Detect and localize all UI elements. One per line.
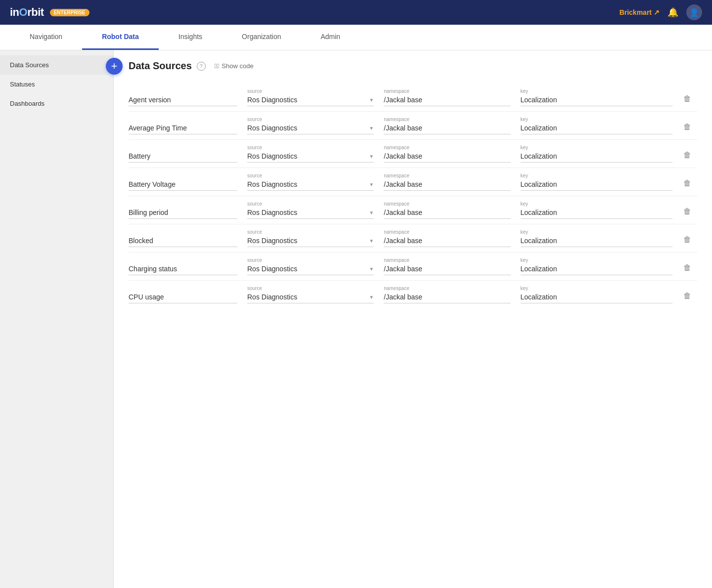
tab-robot-data[interactable]: Robot Data bbox=[82, 25, 159, 50]
col-name: Average Ping Time bbox=[129, 124, 237, 134]
data-source-name: Blocked bbox=[129, 237, 237, 247]
sidebar: Data Sources Statuses Dashboards bbox=[0, 50, 114, 588]
sidebar-item-label: Dashboards bbox=[10, 100, 44, 107]
delete-button[interactable]: 🗑 bbox=[682, 262, 692, 273]
navbar: inOrbit Enterprise Brickmart ↗ 🔔 👤 bbox=[0, 0, 712, 25]
source-label: source bbox=[247, 286, 374, 291]
key-label: key bbox=[521, 173, 673, 178]
source-value[interactable]: Ros Diagnostics ▼ bbox=[247, 265, 374, 275]
data-source-name: CPU usage bbox=[129, 293, 237, 303]
namespace-value[interactable]: /Jackal base bbox=[384, 152, 510, 163]
add-data-source-button[interactable]: + bbox=[106, 58, 123, 75]
table-row: CPU usage source Ros Diagnostics ▼ names… bbox=[129, 281, 697, 308]
help-icon[interactable]: ? bbox=[197, 62, 206, 71]
avatar[interactable]: 👤 bbox=[686, 4, 702, 20]
col-key: key Localization bbox=[521, 286, 673, 303]
data-source-name: Agent version bbox=[129, 96, 237, 106]
data-source-name: Average Ping Time bbox=[129, 124, 237, 134]
external-link-icon: ↗ bbox=[654, 8, 660, 16]
namespace-value[interactable]: /Jackal base bbox=[384, 237, 510, 247]
namespace-value[interactable]: /Jackal base bbox=[384, 96, 510, 106]
col-key: key Localization bbox=[521, 257, 673, 275]
delete-button[interactable]: 🗑 bbox=[682, 178, 692, 189]
col-namespace: namespace /Jackal base bbox=[384, 173, 510, 191]
chevron-down-icon: ▼ bbox=[369, 266, 374, 272]
show-code-button[interactable]: 👁⃠ Show code bbox=[211, 60, 258, 72]
col-namespace: namespace /Jackal base bbox=[384, 201, 510, 219]
page-title: Data Sources bbox=[129, 60, 192, 72]
key-value[interactable]: Localization bbox=[521, 180, 673, 191]
source-value[interactable]: Ros Diagnostics ▼ bbox=[247, 124, 374, 134]
source-value[interactable]: Ros Diagnostics ▼ bbox=[247, 237, 374, 247]
col-source: source Ros Diagnostics ▼ bbox=[247, 88, 374, 106]
table-row: Billing period source Ros Diagnostics ▼ … bbox=[129, 196, 697, 224]
chevron-down-icon: ▼ bbox=[369, 126, 374, 131]
show-code-label: Show code bbox=[222, 62, 253, 70]
namespace-value[interactable]: /Jackal base bbox=[384, 293, 510, 303]
key-value[interactable]: Localization bbox=[521, 293, 673, 303]
col-name: Battery Voltage bbox=[129, 180, 237, 191]
key-value[interactable]: Localization bbox=[521, 124, 673, 134]
col-actions: 🗑 bbox=[682, 150, 697, 163]
tab-organization[interactable]: Organization bbox=[222, 25, 301, 50]
source-label: source bbox=[247, 257, 374, 263]
source-label: source bbox=[247, 201, 374, 207]
namespace-value[interactable]: /Jackal base bbox=[384, 265, 510, 275]
col-actions: 🗑 bbox=[682, 262, 697, 275]
sidebar-item-statuses[interactable]: Statuses bbox=[0, 75, 113, 94]
tabbar: Navigation Robot Data Insights Organizat… bbox=[0, 25, 712, 50]
table-row: Average Ping Time source Ros Diagnostics… bbox=[129, 112, 697, 140]
col-actions: 🗑 bbox=[682, 122, 697, 134]
col-source: source Ros Diagnostics ▼ bbox=[247, 257, 374, 275]
col-key: key Localization bbox=[521, 117, 673, 134]
key-value[interactable]: Localization bbox=[521, 152, 673, 163]
layout: Data Sources Statuses Dashboards + Data … bbox=[0, 50, 712, 588]
col-actions: 🗑 bbox=[682, 93, 697, 106]
delete-button[interactable]: 🗑 bbox=[682, 234, 692, 245]
key-value[interactable]: Localization bbox=[521, 265, 673, 275]
tab-admin[interactable]: Admin bbox=[301, 25, 360, 50]
key-value[interactable]: Localization bbox=[521, 209, 673, 219]
col-key: key Localization bbox=[521, 145, 673, 163]
delete-button[interactable]: 🗑 bbox=[682, 93, 692, 104]
namespace-value[interactable]: /Jackal base bbox=[384, 180, 510, 191]
delete-button[interactable]: 🗑 bbox=[682, 122, 692, 132]
delete-button[interactable]: 🗑 bbox=[682, 150, 692, 161]
col-name: Billing period bbox=[129, 209, 237, 219]
sidebar-item-data-sources[interactable]: Data Sources bbox=[0, 55, 113, 75]
col-key: key Localization bbox=[521, 173, 673, 191]
table-row: Battery source Ros Diagnostics ▼ namespa… bbox=[129, 140, 697, 168]
namespace-label: namespace bbox=[384, 145, 510, 150]
source-value[interactable]: Ros Diagnostics ▼ bbox=[247, 152, 374, 163]
notifications-icon[interactable]: 🔔 bbox=[668, 7, 678, 18]
key-value[interactable]: Localization bbox=[521, 237, 673, 247]
source-value[interactable]: Ros Diagnostics ▼ bbox=[247, 209, 374, 219]
key-label: key bbox=[521, 286, 673, 291]
namespace-label: namespace bbox=[384, 229, 510, 235]
tab-navigation[interactable]: Navigation bbox=[10, 25, 82, 50]
plus-icon: + bbox=[111, 60, 118, 73]
sidebar-item-dashboards[interactable]: Dashboards bbox=[0, 94, 113, 113]
namespace-label: namespace bbox=[384, 201, 510, 207]
source-label: source bbox=[247, 145, 374, 150]
trash-icon: 🗑 bbox=[683, 207, 691, 215]
key-value[interactable]: Localization bbox=[521, 96, 673, 106]
source-label: source bbox=[247, 117, 374, 122]
namespace-value[interactable]: /Jackal base bbox=[384, 209, 510, 219]
key-label: key bbox=[521, 117, 673, 122]
main-content: + Data Sources ? 👁⃠ Show code Agent vers… bbox=[114, 50, 712, 588]
logo-text: inOrbit bbox=[10, 6, 44, 19]
col-namespace: namespace /Jackal base bbox=[384, 257, 510, 275]
delete-button[interactable]: 🗑 bbox=[682, 206, 692, 217]
source-value[interactable]: Ros Diagnostics ▼ bbox=[247, 96, 374, 106]
trash-icon: 🗑 bbox=[683, 123, 691, 131]
delete-button[interactable]: 🗑 bbox=[682, 291, 692, 301]
table-row: Blocked source Ros Diagnostics ▼ namespa… bbox=[129, 224, 697, 252]
source-value[interactable]: Ros Diagnostics ▼ bbox=[247, 293, 374, 303]
namespace-value[interactable]: /Jackal base bbox=[384, 124, 510, 134]
source-value[interactable]: Ros Diagnostics ▼ bbox=[247, 180, 374, 191]
brickmart-link[interactable]: Brickmart ↗ bbox=[620, 8, 660, 16]
chevron-down-icon: ▼ bbox=[369, 154, 374, 159]
namespace-label: namespace bbox=[384, 286, 510, 291]
tab-insights[interactable]: Insights bbox=[159, 25, 222, 50]
